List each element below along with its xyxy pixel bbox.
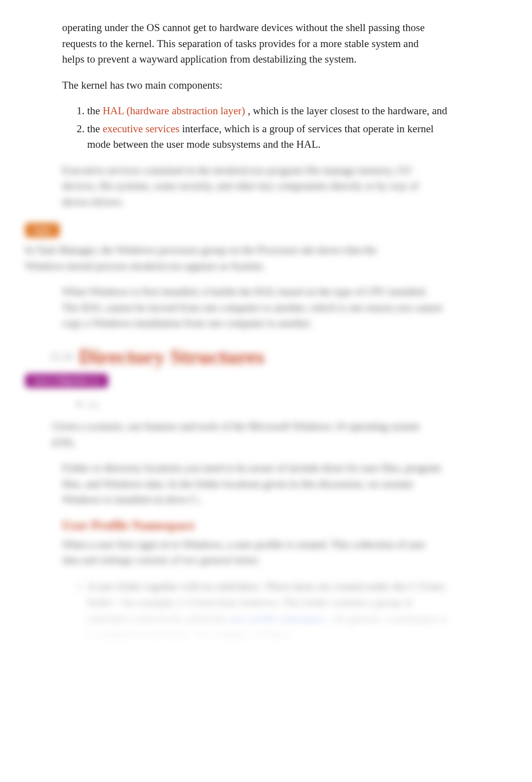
list-item: A user folder together with its subfolde…: [87, 579, 453, 644]
body-paragraph: When Windows is first installed, it buil…: [62, 284, 443, 332]
objective-text: Given a scenario, use features and tools…: [52, 419, 433, 450]
list-item: 1.1: [87, 396, 453, 412]
text: , which is the layer closest to the hard…: [248, 105, 447, 117]
note-badge: Note: [25, 223, 60, 237]
profile-items-list: A user folder together with its subfolde…: [62, 579, 453, 644]
text: . (In general, a namespace is a containe…: [87, 613, 448, 642]
list-item: the HAL (hardware abstraction layer) , w…: [87, 103, 453, 119]
fade-overlay: [0, 554, 532, 664]
kernel-components-list: the HAL (hardware abstraction layer) , w…: [62, 103, 453, 153]
section-number: 11-1b: [50, 351, 73, 361]
text: the: [87, 123, 103, 135]
text: the: [87, 105, 103, 117]
body-paragraph: When a user first signs in to Windows, a…: [62, 537, 443, 569]
text: These items are created under the C:\Use…: [87, 581, 445, 625]
glossary-term-user-profile-namespace[interactable]: user profile namespace: [228, 613, 326, 625]
body-paragraph: operating under the OS cannot get to har…: [62, 20, 443, 68]
objectives-list: 1.1: [62, 396, 453, 412]
body-paragraph: Executive services contained in the ntos…: [62, 163, 443, 210]
glossary-term-executive-services[interactable]: executive services: [103, 123, 179, 135]
note-text: In Task Manager, the Windows processes g…: [25, 242, 406, 274]
objective-callout: Core 2 Objective 1.1: [50, 374, 502, 393]
text: A user folder together with its subfolde…: [87, 581, 264, 593]
section-title: Directory Structures: [79, 345, 264, 368]
document-page: operating under the OS cannot get to har…: [0, 0, 532, 671]
objective-badge: Core 2 Objective 1.1: [25, 374, 108, 388]
locked-content: Executive services contained in the ntos…: [50, 163, 502, 644]
list-item: the executive services interface, which …: [87, 121, 453, 153]
section-heading: 11-1b Directory Structures: [50, 345, 502, 369]
note-callout: Note In Task Manager, the Windows proces…: [50, 220, 502, 274]
subsection-heading: User Profile Namespace: [62, 518, 502, 533]
objective-number: 1.1: [88, 401, 98, 409]
body-paragraph: The kernel has two main components:: [62, 78, 443, 94]
body-paragraph: Folder or directory locations you need t…: [62, 460, 443, 508]
glossary-term-hal[interactable]: HAL (hardware abstraction layer): [103, 105, 245, 117]
